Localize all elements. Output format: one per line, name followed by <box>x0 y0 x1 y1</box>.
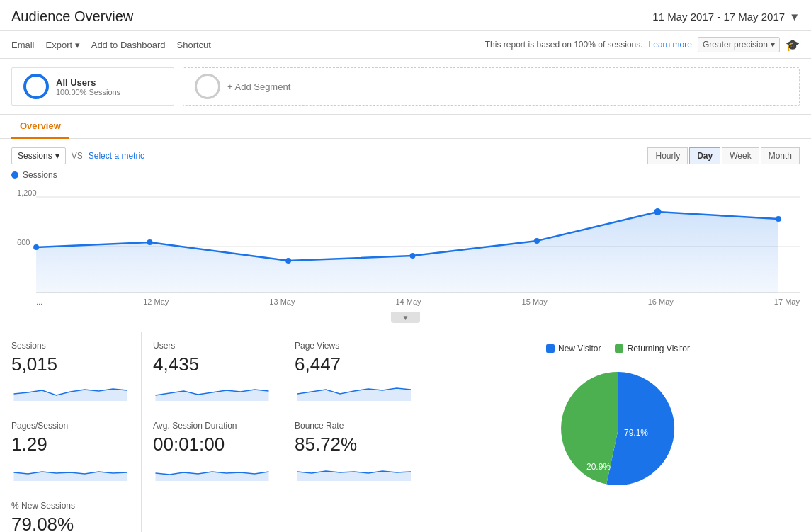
sessions-value: 5,015 <box>11 353 130 375</box>
metric-dropdown-label: Sessions <box>18 151 52 161</box>
metrics-row-2: Pages/Session 1.29 Avg. Session Duration… <box>0 412 425 492</box>
month-button[interactable]: Month <box>761 147 800 164</box>
returning-visitor-legend: Returning Visitor <box>615 344 690 353</box>
chart-controls: Sessions ▾ VS Select a metric Hourly Day… <box>11 147 800 164</box>
export-button[interactable]: Export ▾ <box>46 40 80 50</box>
mortarboard-icon: 🎓 <box>786 38 800 52</box>
svg-text:20.9%: 20.9% <box>586 462 610 472</box>
svg-point-10 <box>534 238 540 244</box>
pages-session-label: Pages/Session <box>11 421 130 431</box>
sessions-legend-dot <box>11 171 18 179</box>
pie-svg: 79.1% 20.9% <box>555 365 682 492</box>
pie-chart-area: New Visitor Returning Visitor 79.1% 20.9… <box>425 332 811 532</box>
dropdown-arrow-icon: ▾ <box>771 40 775 50</box>
empty-metric-1 <box>142 492 283 532</box>
pageviews-metric: Page Views 6,447 <box>283 332 425 412</box>
avg-session-value: 00:01:00 <box>153 434 271 455</box>
metrics-row-1: Sessions 5,015 Users 4,435 Page Views 6,… <box>0 332 425 412</box>
precision-dropdown[interactable]: Greater precision ▾ <box>698 37 780 52</box>
bounce-rate-label: Bounce Rate <box>295 421 414 431</box>
x-axis-labels: ... 12 May 13 May 14 May 15 May 16 May 1… <box>11 296 800 312</box>
learn-more-link[interactable]: Learn more <box>649 40 692 50</box>
x-label-4: 15 May <box>522 298 548 306</box>
vs-label: VS <box>72 151 83 161</box>
pages-session-metric: Pages/Session 1.29 <box>0 412 142 492</box>
svg-marker-15 <box>297 388 411 401</box>
segment-info: All Users 100.00% Sessions <box>56 77 120 96</box>
svg-marker-13 <box>14 389 127 401</box>
date-range[interactable]: 11 May 2017 - 17 May 2017 ▼ <box>652 11 800 23</box>
line-chart: 1,200 600 <box>11 183 800 296</box>
svg-text:600: 600 <box>17 238 30 247</box>
avg-session-sparkline <box>153 460 271 481</box>
avg-session-label: Avg. Session Duration <box>153 421 271 431</box>
segment-bar: All Users 100.00% Sessions + Add Segment <box>0 59 811 115</box>
new-sessions-label: % New Sessions <box>11 501 130 511</box>
users-sparkline <box>153 380 271 401</box>
bounce-rate-metric: Bounce Rate 85.72% <box>283 412 425 492</box>
new-visitor-label: New Visitor <box>558 344 601 353</box>
collapse-button[interactable]: ▼ <box>11 312 800 323</box>
x-label-3: 14 May <box>395 298 421 306</box>
toolbar-left: Email Export ▾ Add to Dashboard Shortcut <box>11 40 211 50</box>
tabs-bar: Overview <box>0 115 811 139</box>
sessions-legend-label: Sessions <box>23 170 57 180</box>
svg-point-8 <box>285 258 291 264</box>
metrics-grid: Sessions 5,015 Users 4,435 Page Views 6,… <box>0 332 425 532</box>
metric-dropdown[interactable]: Sessions ▾ <box>11 147 66 164</box>
avg-session-metric: Avg. Session Duration 00:01:00 <box>142 412 283 492</box>
x-label-0: ... <box>36 298 42 306</box>
new-visitor-color <box>546 344 555 353</box>
email-button[interactable]: Email <box>11 40 35 50</box>
toolbar: Email Export ▾ Add to Dashboard Shortcut… <box>0 31 811 59</box>
segment-sub: 100.00% Sessions <box>56 88 120 96</box>
new-sessions-value: 79.08% <box>11 514 130 532</box>
x-label-5: 16 May <box>648 298 674 306</box>
x-label-2: 13 May <box>269 298 295 306</box>
svg-marker-5 <box>36 212 778 293</box>
hourly-button[interactable]: Hourly <box>647 147 688 164</box>
add-segment-button[interactable]: + Add Segment <box>183 67 800 106</box>
users-label: Users <box>153 341 271 351</box>
bounce-rate-value: 85.72% <box>295 434 414 455</box>
chart-area: Sessions ▾ VS Select a metric Hourly Day… <box>0 139 811 332</box>
svg-text:79.1%: 79.1% <box>623 428 647 438</box>
chart-legend: Sessions <box>11 170 800 180</box>
svg-point-6 <box>33 244 39 250</box>
x-label-6: 17 May <box>774 298 800 306</box>
metric-dropdown-arrow-icon: ▾ <box>55 151 59 161</box>
pageviews-label: Page Views <box>295 341 414 351</box>
all-users-segment[interactable]: All Users 100.00% Sessions <box>11 67 174 106</box>
bounce-rate-sparkline <box>295 460 414 481</box>
week-button[interactable]: Week <box>722 147 759 164</box>
pie-legend: New Visitor Returning Visitor <box>546 344 690 353</box>
page-title: Audience Overview <box>11 9 133 25</box>
sessions-sparkline <box>11 380 130 401</box>
svg-point-9 <box>410 253 416 259</box>
empty-metric-2 <box>283 492 425 532</box>
svg-text:1,200: 1,200 <box>17 188 37 197</box>
add-dashboard-button[interactable]: Add to Dashboard <box>91 40 166 50</box>
date-range-text: 11 May 2017 - 17 May 2017 <box>652 11 785 23</box>
new-visitor-legend: New Visitor <box>546 344 601 353</box>
metric-selector: Sessions ▾ VS Select a metric <box>11 147 144 164</box>
pageviews-sparkline <box>295 380 414 401</box>
returning-visitor-label: Returning Visitor <box>627 344 690 353</box>
page-header: Audience Overview 11 May 2017 - 17 May 2… <box>0 0 811 31</box>
day-button[interactable]: Day <box>689 147 720 164</box>
x-label-1: 12 May <box>143 298 169 306</box>
select-metric-link[interactable]: Select a metric <box>89 151 144 161</box>
report-note: This report is based on 100% of sessions… <box>485 40 643 50</box>
time-buttons: Hourly Day Week Month <box>647 147 800 164</box>
users-value: 4,435 <box>153 353 271 375</box>
tab-overview[interactable]: Overview <box>11 115 69 139</box>
pageviews-value: 6,447 <box>295 353 414 375</box>
precision-label: Greater precision <box>703 40 768 50</box>
users-metric: Users 4,435 <box>142 332 283 412</box>
date-range-arrow-icon: ▼ <box>789 11 800 23</box>
metrics-row-3: % New Sessions 79.08% <box>0 492 425 532</box>
toolbar-right: This report is based on 100% of sessions… <box>485 37 800 52</box>
segment-circle-icon <box>23 74 49 99</box>
segment-name: All Users <box>56 77 120 88</box>
shortcut-button[interactable]: Shortcut <box>177 40 211 50</box>
